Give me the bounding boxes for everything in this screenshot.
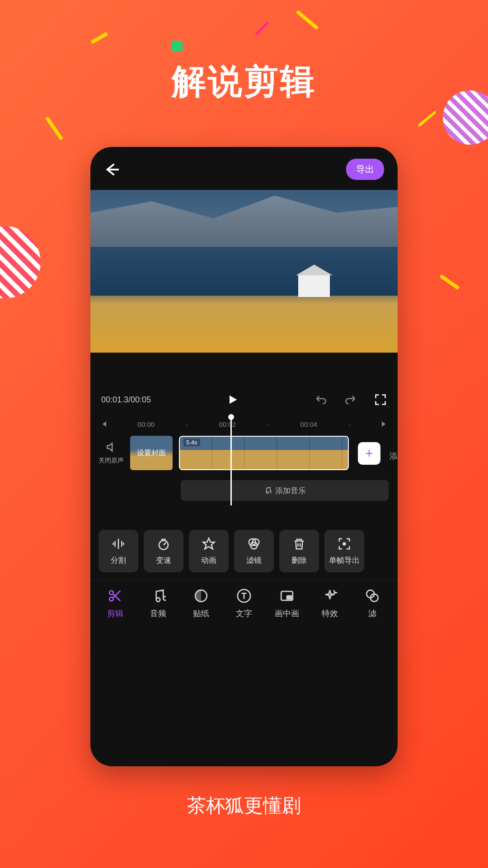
tab-label: 特效 bbox=[322, 608, 338, 619]
tab-label: 音频 bbox=[150, 608, 166, 619]
music-note-icon bbox=[263, 486, 272, 495]
tool-label: 滤镜 bbox=[246, 555, 262, 566]
timeline-ruler: 00:00 · 00:02 · 00:04 · bbox=[90, 413, 398, 432]
tool-label: 动画 bbox=[201, 555, 216, 566]
tool-filter[interactable]: 滤镜 bbox=[234, 530, 274, 572]
tool-speed[interactable]: 变速 bbox=[144, 530, 183, 572]
svg-point-6 bbox=[110, 597, 114, 601]
add-clip-label: 添 bbox=[387, 451, 398, 462]
tool-delete[interactable]: 删除 bbox=[279, 530, 319, 572]
circle-icon bbox=[193, 588, 209, 604]
mute-label: 关闭原声 bbox=[99, 457, 124, 465]
tab-label: 贴纸 bbox=[193, 608, 209, 619]
scissors-icon bbox=[108, 588, 123, 604]
tool-label: 删除 bbox=[291, 555, 307, 566]
tab-label: 剪辑 bbox=[107, 608, 123, 619]
tab-sticker[interactable]: 贴纸 bbox=[181, 588, 221, 619]
tab-edit[interactable]: 剪辑 bbox=[95, 588, 136, 619]
trash-icon bbox=[292, 537, 306, 551]
playhead[interactable] bbox=[230, 419, 232, 505]
skip-start-icon[interactable] bbox=[99, 420, 108, 429]
set-cover-button[interactable]: 设置封面 bbox=[130, 436, 173, 470]
confetti-decoration bbox=[439, 274, 460, 290]
tab-text[interactable]: 文字 bbox=[224, 588, 264, 619]
ruler-dot: · bbox=[186, 420, 188, 428]
video-clip[interactable]: 5.4s bbox=[179, 436, 349, 470]
tab-fx[interactable]: 特效 bbox=[310, 588, 350, 619]
add-clip-button[interactable]: + bbox=[358, 442, 380, 465]
undo-button[interactable] bbox=[314, 393, 327, 406]
add-music-button[interactable]: 添加音乐 bbox=[181, 480, 389, 501]
dots-icon bbox=[365, 588, 380, 604]
video-preview[interactable] bbox=[90, 190, 398, 353]
ruler-mark: 00:04 bbox=[300, 420, 318, 428]
play-button[interactable] bbox=[226, 393, 239, 406]
ruler-mark: 00:00 bbox=[138, 420, 155, 428]
speed-icon bbox=[157, 537, 170, 551]
tool-frame[interactable]: 单帧导出 bbox=[324, 530, 364, 572]
tool-split[interactable]: 分割 bbox=[99, 530, 138, 572]
svg-point-5 bbox=[110, 591, 114, 595]
ruler-dot: · bbox=[267, 420, 269, 428]
playback-controls: 00:01.3/00:05 bbox=[90, 353, 398, 413]
confetti-decoration bbox=[418, 111, 436, 127]
tool-label: 单帧导出 bbox=[329, 555, 360, 566]
editor-top-bar: 导出 bbox=[90, 147, 398, 190]
text-icon bbox=[236, 588, 252, 604]
tagline: 茶杯狐更懂剧 bbox=[187, 793, 301, 818]
svg-rect-10 bbox=[287, 596, 291, 599]
timeline-area[interactable]: 关闭原声 设置封面 5.4s + 添 bbox=[90, 432, 398, 474]
confetti-decoration bbox=[255, 21, 270, 36]
tool-label: 变速 bbox=[156, 555, 171, 566]
tool-label: 分割 bbox=[111, 555, 126, 566]
music-icon bbox=[150, 588, 166, 604]
plus-icon: + bbox=[365, 446, 373, 461]
tab-pip[interactable]: 画中画 bbox=[267, 588, 307, 619]
clip-duration-label: 5.4s bbox=[183, 439, 200, 446]
edit-tools-row: 分割变速动画滤镜删除单帧导出 bbox=[90, 507, 398, 580]
tab-label: 文字 bbox=[236, 608, 252, 619]
tab-audio[interactable]: 音频 bbox=[138, 588, 178, 619]
split-icon bbox=[112, 537, 125, 551]
tab-filter2[interactable]: 滤 bbox=[352, 588, 393, 619]
ball-decoration bbox=[443, 90, 488, 145]
tool-anim[interactable]: 动画 bbox=[189, 530, 229, 572]
add-music-label: 添加音乐 bbox=[275, 486, 306, 496]
ball-decoration bbox=[0, 226, 41, 298]
ruler-dot: · bbox=[348, 420, 350, 428]
confetti-decoration bbox=[172, 41, 183, 52]
confetti-decoration bbox=[296, 10, 319, 30]
sparkle-icon bbox=[322, 588, 338, 604]
hero-title: 解说剪辑 bbox=[172, 59, 316, 105]
skip-end-icon[interactable] bbox=[380, 420, 389, 429]
tab-label: 滤 bbox=[368, 608, 376, 619]
venn-icon bbox=[247, 537, 261, 551]
phone-device: 导出 00:01.3/00:05 00:00 bbox=[90, 147, 398, 766]
tab-label: 画中画 bbox=[275, 608, 299, 619]
speaker-icon bbox=[105, 441, 117, 453]
fullscreen-button[interactable] bbox=[374, 393, 387, 406]
focus-icon bbox=[338, 537, 351, 551]
star-icon bbox=[202, 537, 216, 551]
redo-button[interactable] bbox=[344, 393, 357, 406]
export-button[interactable]: 导出 bbox=[346, 159, 384, 180]
mute-original-button[interactable]: 关闭原声 bbox=[99, 436, 124, 465]
bottom-tabs: 剪辑音频贴纸文字画中画特效滤 bbox=[90, 580, 398, 629]
back-button[interactable] bbox=[104, 161, 120, 178]
confetti-decoration bbox=[45, 116, 64, 141]
pip-icon bbox=[279, 588, 295, 604]
svg-point-4 bbox=[343, 542, 346, 545]
confetti-decoration bbox=[91, 32, 108, 44]
playback-time: 00:01.3/00:05 bbox=[101, 395, 151, 405]
ruler-mark: 00:02 bbox=[219, 420, 236, 428]
